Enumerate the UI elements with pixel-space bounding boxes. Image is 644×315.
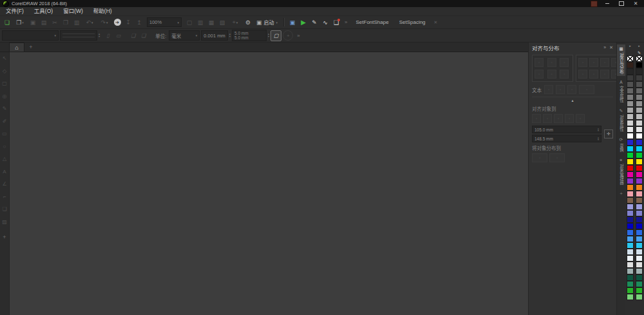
landscape-button[interactable]: ▭: [113, 31, 123, 41]
color-swatch[interactable]: [636, 216, 643, 223]
clipboard-tasks-icon[interactable]: ❑: [331, 17, 341, 27]
rectangle-tool[interactable]: ▭: [1, 130, 8, 138]
color-swatch[interactable]: [636, 255, 643, 262]
crop-tool[interactable]: ▢: [1, 80, 8, 88]
color-swatch[interactable]: [636, 120, 643, 126]
color-swatch[interactable]: [627, 75, 634, 81]
color-swatch[interactable]: [627, 294, 634, 300]
color-swatch[interactable]: [636, 139, 643, 146]
minimize-button[interactable]: [603, 1, 612, 6]
docker-tab-text-properties[interactable]: A 文本属性: [617, 78, 625, 104]
color-swatch[interactable]: [627, 100, 634, 107]
docker-pin-icon[interactable]: »: [603, 45, 606, 50]
color-swatch[interactable]: [636, 229, 643, 236]
paste-icon[interactable]: ▥: [71, 17, 82, 27]
add-preset-button[interactable]: +: [283, 30, 293, 41]
color-swatch[interactable]: [627, 94, 634, 100]
palette-scroll-icon[interactable]: [627, 43, 634, 49]
color-swatch[interactable]: [636, 191, 643, 197]
copy-icon[interactable]: ❐: [61, 17, 71, 27]
color-swatch[interactable]: [636, 204, 643, 210]
color-swatch[interactable]: [636, 75, 643, 81]
distribute-center-vertical-button[interactable]: [589, 70, 598, 79]
align-to-page-center-button[interactable]: [554, 114, 563, 123]
color-swatch[interactable]: [627, 62, 634, 68]
save-icon[interactable]: ▣: [28, 17, 38, 27]
dimensions-spinner[interactable]: ▴▾: [99, 31, 100, 40]
open-icon[interactable]: ❐: [13, 17, 27, 27]
zoom-level-combo[interactable]: 100%▾: [147, 17, 182, 27]
color-swatch[interactable]: [636, 274, 643, 281]
color-swatch[interactable]: [627, 81, 634, 88]
text-mode-combo-button[interactable]: [579, 85, 594, 94]
maximize-button[interactable]: [617, 1, 626, 6]
zoom-tool[interactable]: ◎: [1, 93, 8, 100]
color-swatch[interactable]: [627, 255, 634, 262]
color-swatch[interactable]: [636, 223, 643, 229]
color-swatch[interactable]: [627, 158, 634, 165]
color-swatch[interactable]: [627, 178, 634, 184]
new-document-tab-button[interactable]: +: [26, 44, 36, 50]
docker-customize-button[interactable]: +: [620, 191, 623, 196]
color-swatch[interactable]: [627, 133, 634, 139]
align-to-active-object-button[interactable]: [532, 114, 541, 123]
align-to-page-edge-button[interactable]: [543, 114, 552, 123]
color-swatch[interactable]: [627, 229, 634, 236]
align-center-vertical-button[interactable]: [547, 70, 556, 79]
color-swatch[interactable]: [636, 113, 643, 120]
distribute-spacing-horizontal-button[interactable]: [600, 58, 609, 67]
color-swatch[interactable]: [636, 197, 643, 204]
align-to-point-button[interactable]: [576, 114, 585, 123]
drawing-canvas[interactable]: [10, 52, 528, 315]
edit-drawing-icon[interactable]: ✎: [309, 17, 319, 27]
play-tutorial-icon[interactable]: ▶: [298, 17, 308, 27]
color-swatch[interactable]: [636, 62, 643, 68]
no-color-swatch[interactable]: [627, 55, 634, 62]
color-swatch[interactable]: [627, 216, 634, 223]
distribute-top-button[interactable]: [578, 70, 587, 79]
align-top-button[interactable]: [535, 70, 544, 79]
macro-setfontshape-button[interactable]: SetFontShape: [350, 19, 393, 25]
color-swatch[interactable]: [636, 268, 643, 274]
color-swatch[interactable]: [627, 113, 634, 120]
macro-setspacing-button[interactable]: SetSpacing: [394, 19, 431, 25]
x-coordinate-field[interactable]: 105.0 mm▴▾: [532, 126, 601, 133]
no-color-swatch[interactable]: [636, 55, 643, 62]
color-swatch[interactable]: [627, 287, 634, 294]
close-button[interactable]: ✕: [631, 1, 640, 6]
current-page-button[interactable]: ❏: [138, 31, 148, 41]
color-swatch[interactable]: [636, 133, 643, 139]
portrait-button[interactable]: ▯: [103, 31, 113, 41]
color-swatch[interactable]: [636, 146, 643, 152]
distribute-center-horizontal-button[interactable]: [589, 58, 598, 67]
color-swatch[interactable]: [627, 152, 634, 158]
text-tool[interactable]: A: [1, 168, 8, 176]
toolbar-close-icon[interactable]: ✕: [431, 20, 440, 25]
color-swatch[interactable]: [627, 197, 634, 204]
distribute-to-page-button[interactable]: [549, 153, 565, 162]
align-to-grid-button[interactable]: [565, 114, 574, 123]
align-center-horizontal-button[interactable]: [547, 58, 556, 67]
signature-chart-icon[interactable]: ∿: [320, 17, 330, 27]
color-swatch[interactable]: [627, 165, 634, 171]
align-right-button[interactable]: [560, 58, 569, 67]
shape-tool[interactable]: ◇: [1, 68, 8, 75]
nudge-spinner[interactable]: ▴▾: [229, 31, 231, 40]
show-rulers-icon[interactable]: ▥: [195, 17, 205, 27]
dimension-tool[interactable]: ∠: [1, 180, 8, 188]
units-combo[interactable]: 毫米▾: [169, 30, 200, 41]
docker-tab-object-properties[interactable]: ✎ 对象属性: [617, 106, 625, 133]
duplicate-spinner[interactable]: ▴▾: [268, 31, 269, 40]
color-swatch[interactable]: [627, 281, 634, 287]
color-swatch[interactable]: [636, 126, 643, 133]
y-coordinate-field[interactable]: 148.5 mm▴▾: [532, 135, 601, 142]
color-swatch[interactable]: [636, 236, 643, 242]
color-swatch[interactable]: [636, 294, 643, 300]
color-swatch[interactable]: [636, 287, 643, 294]
color-swatch[interactable]: [627, 184, 634, 191]
color-swatch[interactable]: [627, 120, 634, 126]
color-swatch[interactable]: [636, 94, 643, 100]
ellipse-tool[interactable]: ○: [1, 143, 8, 151]
align-bottom-button[interactable]: [560, 70, 569, 79]
cut-icon[interactable]: ✂: [50, 17, 60, 27]
